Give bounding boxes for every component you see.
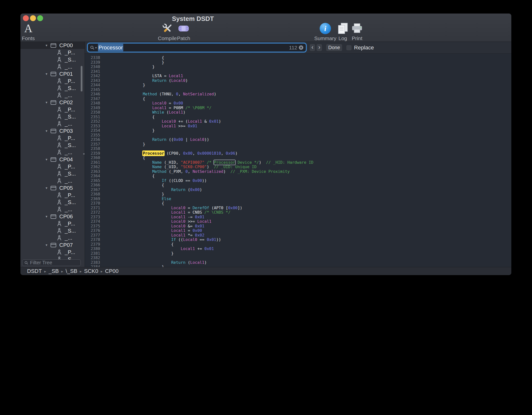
tree-item-_p[interactable]: _P...: [20, 49, 85, 56]
search-field[interactable]: ▾ Processor 112: [88, 44, 306, 52]
replace-label: Replace: [354, 44, 374, 51]
summary-icon: i: [320, 23, 331, 34]
patch-button[interactable]: Patch: [177, 22, 190, 41]
tree-item-_[interactable]: _...: [20, 206, 85, 213]
breadcrumb-item[interactable]: SCK0: [84, 268, 98, 274]
line-number: 2345: [85, 88, 100, 92]
tree-item-_[interactable]: _...: [20, 120, 85, 127]
compass-icon: [57, 114, 62, 120]
code-line: }: [105, 65, 511, 69]
breadcrumb-item[interactable]: _SB: [48, 268, 59, 274]
tree-item-_p[interactable]: _P...: [20, 106, 85, 113]
disclosure-triangle-icon[interactable]: ▼: [45, 186, 49, 190]
filter-tree-field[interactable]: [22, 259, 81, 266]
print-button[interactable]: Print: [351, 22, 363, 41]
code-line: Local0 = 0x00: [105, 101, 511, 106]
disclosure-triangle-icon[interactable]: ▼: [45, 243, 49, 247]
disclosure-triangle-icon[interactable]: ▼: [45, 101, 49, 104]
line-number: 2374: [85, 219, 100, 224]
fonts-label: Fonts: [22, 35, 35, 41]
disclosure-triangle-icon[interactable]: ▼: [45, 72, 49, 76]
tree-item-_s[interactable]: _S...: [20, 142, 85, 149]
previous-match-button[interactable]: ‹: [309, 44, 315, 51]
compass-icon: [57, 142, 62, 148]
scope-icon: [50, 186, 56, 191]
disclosure-triangle-icon[interactable]: ▼: [45, 158, 49, 161]
tree-item-_p[interactable]: _P...: [20, 163, 85, 170]
tree-item-_[interactable]: _...: [20, 234, 85, 241]
done-button[interactable]: Done: [326, 44, 343, 51]
tree-item-_[interactable]: _...: [20, 63, 85, 70]
filter-tree-input[interactable]: [30, 260, 78, 266]
code-line: Local0 += (Local1 & 0x01): [105, 119, 511, 124]
tree-item-_p[interactable]: _P...: [20, 77, 85, 85]
code-line: Local1 >>= 0x01: [105, 124, 511, 129]
clear-search-button[interactable]: [298, 45, 304, 50]
line-number: 2377: [85, 233, 100, 238]
match-count: 112: [289, 45, 297, 51]
summary-button[interactable]: i Summary: [314, 22, 336, 41]
tree-item-_p[interactable]: _P...: [20, 249, 85, 256]
sidebar: ▼CP00_P..._S..._...▼CP01_P..._S..._...▼C…: [20, 42, 85, 267]
log-button[interactable]: Log: [337, 22, 348, 41]
tree-item-cp03[interactable]: ▼CP03: [20, 127, 85, 134]
tree-item-cp02[interactable]: ▼CP02: [20, 99, 85, 106]
code-line: Local0 = DerefOf (APT0 [0x00]): [105, 206, 511, 210]
tree-item-_p[interactable]: _P...: [20, 134, 85, 142]
patch-icon: [178, 24, 189, 33]
code-line: }: [105, 192, 511, 197]
search-input[interactable]: Processor: [98, 44, 123, 51]
tree-item-_[interactable]: _...: [20, 92, 85, 99]
line-number: 2340: [85, 65, 100, 69]
code-content[interactable]: { } } LSTA = Local1 Return (Local0) } Me…: [102, 54, 511, 267]
code-line: {: [105, 56, 511, 60]
tree-item-cp00[interactable]: ▼CP00: [20, 42, 85, 49]
disclosure-triangle-icon[interactable]: ▼: [45, 215, 49, 218]
compile-button[interactable]: Compile: [158, 22, 177, 41]
tree-item-_s[interactable]: _S...: [20, 170, 85, 177]
tree-item-_s[interactable]: _S...: [20, 85, 85, 92]
minimize-button[interactable]: [30, 15, 36, 21]
tree-item-_s[interactable]: _S...: [20, 227, 85, 234]
code-line: Return (Local1): [105, 260, 511, 265]
zoom-button[interactable]: [37, 15, 43, 21]
sidebar-splitter[interactable]: [85, 42, 85, 267]
line-number: 2378: [85, 237, 100, 242]
breadcrumb-separator-icon: ▸: [80, 269, 82, 274]
tree-item-_s[interactable]: _S...: [20, 199, 85, 206]
fonts-button[interactable]: A Fonts: [22, 22, 35, 41]
tree-item-cp04[interactable]: ▼CP04: [20, 156, 85, 163]
main-content: ▼CP00_P..._S..._...▼CP01_P..._S..._...▼C…: [20, 42, 511, 267]
titlebar[interactable]: System DSDT A Fonts Comp: [20, 14, 511, 42]
tree-item-_[interactable]: _...: [20, 177, 85, 184]
tree-item-cp01[interactable]: ▼CP01: [20, 70, 85, 77]
disclosure-triangle-icon[interactable]: ▼: [45, 129, 49, 133]
code-line: {: [105, 174, 511, 178]
tree-item-label: _S...: [65, 57, 76, 63]
breadcrumb-item[interactable]: CP00: [105, 268, 119, 274]
code-line: Method (THNU, 0, NotSerialized): [105, 92, 511, 97]
disclosure-triangle-icon[interactable]: ▼: [45, 44, 49, 47]
tree-item-label: CP04: [59, 156, 73, 163]
tree-item-label: _...: [65, 121, 72, 127]
tree-item-cp05[interactable]: ▼CP05: [20, 184, 85, 192]
tree-item-_p[interactable]: _P...: [20, 220, 85, 227]
tree-item-cp07[interactable]: ▼CP07: [20, 241, 85, 249]
breadcrumb-item[interactable]: \_SB: [66, 268, 78, 274]
next-match-button[interactable]: ›: [316, 44, 322, 51]
tree-item-_[interactable]: _...: [20, 149, 85, 156]
splitter-handle-icon[interactable]: [83, 153, 85, 155]
tree-item-_p[interactable]: _P...: [20, 192, 85, 199]
tree-item-label: _...: [65, 149, 72, 156]
breadcrumb-item[interactable]: DSDT: [27, 268, 42, 274]
sidebar-scrollbar[interactable]: [81, 66, 82, 91]
code-editor[interactable]: 2338233923402341234223432344234523462347…: [85, 54, 511, 267]
close-button[interactable]: [23, 15, 29, 21]
tree-item-_s[interactable]: _S...: [20, 113, 85, 120]
search-options-chevron-icon[interactable]: ▾: [95, 46, 97, 49]
tree-item-_s[interactable]: _S...: [20, 56, 85, 63]
replace-checkbox[interactable]: [346, 45, 352, 51]
tree-item-cp06[interactable]: ▼CP06: [20, 213, 85, 220]
tree-item-label: _...: [65, 64, 72, 70]
line-number: 2347: [85, 97, 100, 101]
